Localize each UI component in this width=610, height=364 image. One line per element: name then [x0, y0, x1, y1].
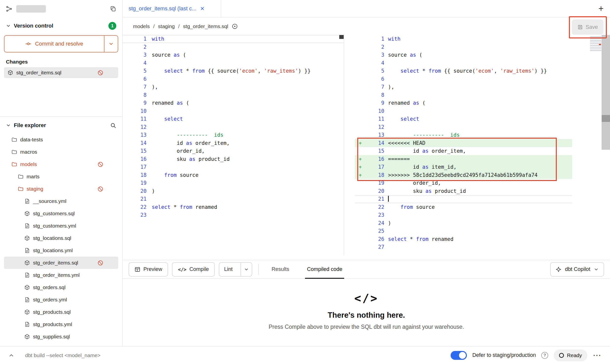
code-line[interactable]: 13 ---------- ids [123, 131, 344, 139]
discard-change-icon[interactable] [97, 70, 103, 76]
copy-icon[interactable] [110, 6, 116, 12]
code-line[interactable]: 11 select [123, 115, 344, 123]
code-line[interactable]: +14<<<<<<< HEAD [355, 139, 572, 147]
code-line[interactable]: 3source as ( [355, 51, 572, 59]
dag-icon[interactable] [6, 6, 12, 12]
code-line[interactable]: 7), [355, 83, 572, 91]
code-line[interactable]: 20) [123, 187, 344, 195]
code-line[interactable]: 1with [123, 35, 344, 43]
chevron-up-icon[interactable] [8, 352, 14, 358]
file-tree-item[interactable]: __sources.yml [4, 195, 118, 207]
code-line[interactable]: 21 [123, 195, 344, 203]
discard-change-icon[interactable] [97, 186, 103, 192]
lint-dropdown[interactable] [240, 263, 252, 276]
code-line[interactable]: 19 order_id, [355, 179, 572, 187]
save-icon [577, 24, 583, 30]
file-tree-item[interactable]: staging [4, 183, 118, 195]
tab-compiled-code[interactable]: Compiled code [300, 260, 349, 278]
file-tree-item[interactable]: macros [4, 146, 118, 158]
code-line[interactable]: 7), [123, 83, 344, 91]
code-line[interactable]: 5 select * from {{ source('ecom', 'raw_i… [123, 67, 344, 75]
discard-change-icon[interactable] [97, 161, 103, 167]
code-line[interactable]: 8 [355, 91, 572, 99]
minimap[interactable] [590, 36, 601, 52]
file-tree-item[interactable]: stg_customers.sql [4, 207, 118, 220]
code-line[interactable]: 22select * from renamed [123, 203, 344, 211]
code-line[interactable]: 6 [123, 75, 344, 83]
code-line[interactable]: +16======= [355, 155, 572, 163]
file-tree-item[interactable]: stg_locations.yml [4, 244, 118, 257]
command-input[interactable]: dbt build --select <model_name> [25, 352, 101, 358]
tab-results[interactable]: Results [265, 260, 296, 278]
code-line[interactable]: 6 [355, 75, 572, 83]
file-tree-item[interactable]: stg_customers.yml [4, 220, 118, 232]
code-line[interactable]: 15 id as order_item, [355, 147, 572, 155]
code-line[interactable]: 11 select [355, 115, 572, 123]
help-icon[interactable]: ? [541, 352, 548, 359]
file-tree-item[interactable]: stg_locations.sql [4, 232, 118, 244]
code-line[interactable]: 9renamed as ( [123, 99, 344, 107]
file-tree-item[interactable]: models [4, 158, 118, 170]
new-tab-button[interactable]: + [598, 3, 604, 14]
lint-button[interactable]: Lint [219, 262, 253, 277]
code-line[interactable]: 25 [355, 227, 572, 235]
code-line[interactable]: 16 sku as product_id [123, 155, 344, 163]
code-line[interactable]: 4 [123, 59, 344, 67]
code-line[interactable]: 2 [355, 43, 572, 51]
preview-button[interactable]: Preview [129, 262, 168, 277]
commit-dropdown[interactable] [104, 36, 118, 52]
code-line[interactable]: +17 id as item_id, [355, 163, 572, 171]
status-badge[interactable]: Ready [554, 349, 587, 361]
code-line[interactable]: 17 [123, 163, 344, 171]
file-tree-item[interactable]: stg_orders.yml [4, 294, 118, 306]
code-line[interactable]: 19 [123, 179, 344, 187]
file-tree-item[interactable]: stg_order_items.yml [4, 269, 118, 281]
code-line[interactable]: +18>>>>>>> 58c1dd23d5eebd9cd2495fa7124ab… [355, 171, 572, 179]
more-options-icon[interactable]: ⋯ [593, 353, 602, 357]
compile-button[interactable]: </> Compile [172, 262, 215, 277]
lineage-icon[interactable] [232, 23, 238, 30]
code-line[interactable]: 10 [123, 107, 344, 115]
code-line[interactable]: 26select * from renamed [355, 235, 572, 243]
code-line[interactable]: 18 from source [123, 171, 344, 179]
defer-toggle[interactable] [451, 351, 467, 360]
save-button[interactable]: Save [572, 19, 603, 35]
code-line[interactable]: 24) [355, 219, 572, 227]
file-tree-item[interactable]: stg_supplies.sql [4, 331, 118, 343]
code-line[interactable]: 22 from source [355, 203, 572, 211]
close-icon[interactable]: × [200, 5, 204, 12]
code-line[interactable]: 20 sku as product_id [355, 187, 572, 195]
version-control-header[interactable]: Version control 1 [0, 17, 122, 32]
file-tree-item[interactable]: stg_products.sql [4, 306, 118, 318]
file-explorer-header[interactable]: File explorer [0, 117, 122, 132]
code-line[interactable]: 14 id as order_item, [123, 139, 344, 147]
editor-scrollbar[interactable] [602, 35, 610, 150]
file-tree-item[interactable]: marts [4, 170, 118, 183]
code-line[interactable]: 9renamed as ( [355, 99, 572, 107]
file-tree-item[interactable]: stg_products.yml [4, 318, 118, 331]
code-line[interactable]: 23 [355, 211, 572, 219]
file-tree-item[interactable]: stg_orders.sql [4, 281, 118, 294]
editor-tab[interactable]: stg_order_items.sql (last c... × [123, 0, 221, 17]
code-line[interactable]: 12 [355, 123, 572, 131]
discard-change-icon[interactable] [97, 260, 103, 266]
code-line[interactable]: 15 order_id, [123, 147, 344, 155]
code-line[interactable]: 12 [123, 123, 344, 131]
code-line[interactable]: 4 [355, 59, 572, 67]
code-line[interactable]: 2 [123, 43, 344, 51]
code-line[interactable]: 1with [355, 35, 572, 43]
code-line[interactable]: 3source as ( [123, 51, 344, 59]
code-line[interactable]: 21 [355, 195, 572, 203]
code-line[interactable]: 23 [123, 211, 344, 219]
search-icon[interactable] [110, 122, 116, 129]
code-line[interactable]: 27 [355, 243, 572, 251]
code-line[interactable]: 5 select * from {{ source('ecom', 'raw_i… [355, 67, 572, 75]
dbt-copilot-button[interactable]: dbt Copilot [550, 262, 604, 277]
code-line[interactable]: 8 [123, 91, 344, 99]
file-tree-item[interactable]: data-tests [4, 133, 118, 146]
file-tree-item[interactable]: stg_order_items.sql [4, 257, 118, 269]
commit-and-resolve-button[interactable]: Commit and resolve [4, 35, 118, 52]
changed-file-row[interactable]: stg_order_items.sql [4, 67, 118, 78]
code-line[interactable]: 10 [355, 107, 572, 115]
code-line[interactable]: 13 ---------- ids [355, 131, 572, 139]
